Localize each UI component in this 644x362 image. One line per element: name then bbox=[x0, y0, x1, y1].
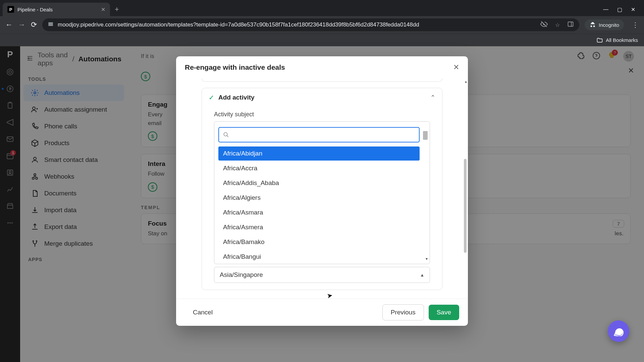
tab-close-icon[interactable]: ✕ bbox=[101, 6, 105, 13]
url-text: moodjoy.pipedrive.com/settings/automatio… bbox=[58, 21, 536, 28]
timezone-select[interactable]: Asia/Singapore ▲ bbox=[214, 267, 430, 283]
option-africa-accra[interactable]: Africa/Accra bbox=[218, 161, 420, 175]
selected-value: Asia/Singapore bbox=[220, 271, 263, 279]
help-fab[interactable] bbox=[608, 320, 629, 342]
browser-tab[interactable]: P Pipeline - Deals ✕ bbox=[3, 3, 110, 16]
field-label-activity-subject: Activity subject bbox=[214, 111, 430, 118]
svg-rect-1 bbox=[49, 24, 53, 24]
caret-up-icon: ▲ bbox=[420, 273, 424, 278]
search-icon bbox=[223, 132, 229, 138]
check-icon: ✓ bbox=[209, 94, 214, 102]
step-header[interactable]: ✓ Add activity ⌃ bbox=[202, 88, 442, 107]
options-scrollbar[interactable]: ▾ bbox=[423, 126, 428, 260]
svg-rect-2 bbox=[49, 25, 53, 26]
browser-chrome: P Pipeline - Deals ✕ + — ▢ ✕ ← → ⟳ moodj… bbox=[0, 0, 644, 43]
step-card-add-activity: ✓ Add activity ⌃ Activity subject Africa… bbox=[202, 88, 442, 290]
site-settings-icon[interactable] bbox=[48, 21, 54, 28]
maximize-icon[interactable]: ▢ bbox=[617, 6, 622, 13]
save-button[interactable]: Save bbox=[429, 305, 459, 320]
modal-title: Re-engage with inactive deals bbox=[185, 63, 285, 71]
modal: Re-engage with inactive deals ✕ ▴ ✓ Add … bbox=[176, 56, 468, 326]
back-icon[interactable]: ← bbox=[5, 20, 13, 29]
modal-scrollbar[interactable] bbox=[464, 159, 467, 253]
modal-header: Re-engage with inactive deals ✕ bbox=[176, 56, 468, 78]
minimize-icon[interactable]: — bbox=[603, 6, 608, 13]
option-africa-bamako[interactable]: Africa/Bamako bbox=[218, 235, 420, 249]
tab-bar: P Pipeline - Deals ✕ + — ▢ ✕ bbox=[0, 0, 644, 16]
reload-icon[interactable]: ⟳ bbox=[31, 20, 37, 29]
eye-off-icon[interactable] bbox=[540, 20, 548, 29]
bookmarks-bar: All Bookmarks bbox=[0, 34, 644, 46]
modal-footer: Cancel Previous Save bbox=[176, 299, 468, 326]
dropdown-panel: Africa/Abidjan Africa/Accra Africa/Addis… bbox=[214, 121, 430, 264]
modal-backdrop: Re-engage with inactive deals ✕ ▴ ✓ Add … bbox=[0, 56, 644, 362]
svg-point-27 bbox=[224, 132, 227, 136]
option-africa-abidjan[interactable]: Africa/Abidjan bbox=[218, 146, 420, 161]
forward-icon: → bbox=[18, 20, 25, 29]
scroll-up-icon[interactable]: ▴ bbox=[465, 79, 467, 84]
browser-menu-icon[interactable]: ⋮ bbox=[632, 21, 639, 29]
option-africa-asmera[interactable]: Africa/Asmera bbox=[218, 220, 420, 234]
side-panel-icon[interactable] bbox=[567, 21, 574, 29]
option-africa-algiers[interactable]: Africa/Algiers bbox=[218, 191, 420, 205]
option-africa-asmara[interactable]: Africa/Asmara bbox=[218, 205, 420, 220]
option-africa-bangui[interactable]: Africa/Bangui bbox=[218, 250, 420, 264]
options-list: Africa/Abidjan Africa/Accra Africa/Addis… bbox=[216, 146, 422, 264]
previous-button[interactable]: Previous bbox=[382, 304, 424, 320]
tab-favicon: P bbox=[7, 6, 14, 13]
svg-line-28 bbox=[227, 135, 228, 137]
scroll-down-icon[interactable]: ▾ bbox=[426, 256, 428, 261]
cancel-button[interactable]: Cancel bbox=[185, 305, 221, 320]
step-title: Add activity bbox=[218, 94, 426, 101]
nav-bar: ← → ⟳ moodjoy.pipedrive.com/settings/aut… bbox=[0, 16, 644, 34]
modal-body: ▴ ✓ Add activity ⌃ Activity subject bbox=[176, 78, 468, 299]
star-icon[interactable]: ☆ bbox=[555, 22, 560, 28]
svg-rect-0 bbox=[49, 23, 53, 23]
tab-title: Pipeline - Deals bbox=[17, 7, 98, 12]
modal-close-icon[interactable]: ✕ bbox=[453, 63, 459, 72]
all-bookmarks-button[interactable]: All Bookmarks bbox=[596, 37, 638, 44]
close-window-icon[interactable]: ✕ bbox=[631, 6, 635, 13]
dropdown-search-input[interactable] bbox=[232, 131, 415, 138]
new-tab-button[interactable]: + bbox=[115, 5, 119, 14]
option-africa-addis-ababa[interactable]: Africa/Addis_Ababa bbox=[218, 176, 420, 190]
dropdown-search[interactable] bbox=[218, 127, 420, 142]
url-bar[interactable]: moodjoy.pipedrive.com/settings/automatio… bbox=[42, 18, 579, 31]
svg-rect-3 bbox=[568, 22, 573, 26]
window-controls: — ▢ ✕ bbox=[603, 6, 641, 13]
incognito-label: Incognito bbox=[599, 22, 619, 28]
chevron-up-icon[interactable]: ⌃ bbox=[430, 94, 435, 101]
incognito-badge[interactable]: Incognito bbox=[585, 19, 624, 30]
